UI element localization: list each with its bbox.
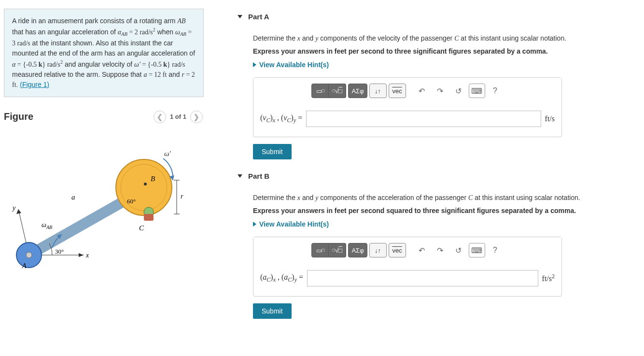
part-a-hints-toggle[interactable]: View Available Hint(s) — [253, 61, 630, 69]
sqrt-button[interactable]: □√□ — [329, 84, 346, 98]
redo-button[interactable]: ↷ — [432, 243, 448, 257]
k-hat: k — [163, 61, 167, 68]
part-b-hints-toggle[interactable]: View Available Hint(s) — [253, 220, 630, 228]
figure-heading-row: Figure ❮ 1 of 1 ❯ — [0, 101, 208, 128]
fig-prev-button[interactable]: ❮ — [154, 111, 166, 123]
eq: = 2 rad/s — [127, 28, 153, 36]
part-a-body: Determine the x and y components of the … — [237, 33, 630, 159]
figure-link[interactable]: (Figure 1) — [20, 81, 49, 88]
part-b-instructions: Express your answers in feet per second … — [253, 207, 630, 214]
text: A ride in an amusement park consists of … — [12, 17, 177, 25]
part-b-answer-input[interactable] — [307, 270, 538, 286]
part-b-unit: ft/s2 — [542, 273, 555, 283]
eq: = 12 ft — [147, 71, 167, 78]
text: and — [300, 194, 315, 201]
part-a-header[interactable]: Part A — [237, 0, 630, 33]
fig-nav-label: 1 of 1 — [170, 113, 186, 120]
text: at this instant using scalar notation. — [473, 194, 580, 201]
part-b-title: Part B — [248, 172, 269, 180]
keyboard-button[interactable]: ⌨ — [469, 84, 485, 98]
text: when — [155, 28, 175, 36]
label-omega-prime: ω′ — [164, 150, 171, 157]
hints-label: View Available Hint(s) — [259, 61, 329, 69]
sub-ab: AB — [180, 31, 186, 37]
part-b-submit-button[interactable]: Submit — [253, 303, 292, 319]
part-a-answer-input[interactable] — [306, 111, 541, 127]
svg-point-16 — [144, 183, 147, 185]
problem-statement: A ride in an amusement park consists of … — [4, 9, 204, 97]
svg-marker-3 — [79, 253, 84, 257]
part-b-body: Determine the x and y components of the … — [237, 193, 630, 319]
part-b-answer-label: (aC)x , (aC)y = — [260, 273, 303, 284]
text: measured relative to the arm. Suppose th… — [12, 71, 143, 78]
svg-point-9 — [26, 252, 32, 258]
text: at this instant using scalar notation. — [459, 34, 566, 42]
text: Determine the — [253, 34, 297, 42]
svg-marker-1 — [16, 209, 21, 214]
eq: = {-0.5 — [140, 61, 163, 68]
greek-button[interactable]: ΑΣφ — [348, 84, 367, 98]
part-b-header[interactable]: Part B — [237, 159, 630, 193]
part-a-question: Determine the x and y components of the … — [253, 33, 630, 43]
label-30deg: 30° — [55, 248, 64, 255]
var-omega-prime: ω′ — [134, 61, 140, 68]
var-alpha: α — [118, 28, 121, 36]
part-b-question: Determine the x and y components of the … — [253, 193, 630, 203]
label-a: a — [71, 193, 75, 201]
figure-title: Figure — [4, 111, 33, 122]
keyboard-button[interactable]: ⌨ — [469, 243, 485, 257]
eq: } rad/s — [42, 61, 60, 68]
var-omega: ω — [175, 28, 180, 36]
part-a-answer-label: (vC)x , (vC)y = — [260, 114, 302, 124]
figure-nav: ❮ 1 of 1 ❯ — [154, 111, 203, 123]
part-a-toolbar: ▭□ □√□ ΑΣφ ↓↑ vec ↶ ↷ ↺ ⌨ ? — [253, 78, 561, 104]
label-y: y — [12, 204, 16, 212]
part-a-answer-row: (vC)x , (vC)y = ft/s — [253, 104, 561, 137]
sub-ab: AB — [121, 31, 127, 37]
sqrt-button[interactable]: □√□ — [329, 243, 346, 257]
greek-button[interactable]: ΑΣφ — [348, 243, 367, 257]
help-button[interactable]: ? — [487, 243, 504, 257]
subscript-button[interactable]: ↓↑ — [369, 243, 387, 257]
vec-button[interactable]: vec — [389, 84, 406, 98]
caret-down-icon — [238, 15, 242, 18]
label-x: x — [85, 252, 89, 259]
undo-button[interactable]: ↶ — [414, 84, 430, 98]
label-r: r — [181, 193, 183, 200]
label-60deg: 60° — [127, 198, 136, 205]
reset-button[interactable]: ↺ — [450, 84, 467, 98]
part-a-submit-button[interactable]: Submit — [253, 144, 292, 159]
label-A: A — [22, 262, 27, 270]
text: components of the velocity of the passen… — [318, 34, 454, 42]
text: at the instant shown. Also at this insta… — [12, 39, 195, 57]
text: and angular velocity of — [63, 60, 134, 68]
var-AB: AB — [177, 17, 185, 25]
svg-rect-11 — [144, 214, 154, 221]
text: and — [300, 34, 315, 42]
text: that has an angular acceleration of — [12, 28, 118, 36]
redo-button[interactable]: ↷ — [432, 84, 448, 98]
part-b-toolbar: ▭□ □√□ ΑΣφ ↓↑ vec ↶ ↷ ↺ ⌨ ? — [253, 237, 561, 263]
caret-right-icon — [253, 222, 256, 227]
caret-right-icon — [253, 62, 256, 67]
part-a-title: Part A — [248, 13, 269, 21]
fig-next-button[interactable]: ❯ — [190, 111, 203, 123]
part-a-unit: ft/s — [545, 114, 555, 123]
help-button[interactable]: ? — [487, 84, 504, 98]
text: components of the acceleration of the pa… — [318, 194, 468, 201]
hints-label: View Available Hint(s) — [259, 220, 329, 228]
template-button[interactable]: ▭□ — [311, 243, 329, 257]
subscript-button[interactable]: ↓↑ — [369, 84, 387, 98]
part-a-answer-box: ▭□ □√□ ΑΣφ ↓↑ vec ↶ ↷ ↺ ⌨ ? (vC)x , (vC)… — [253, 77, 562, 137]
undo-button[interactable]: ↶ — [414, 243, 430, 257]
figure-diagram: y x r — [4, 132, 187, 286]
label-C: C — [139, 224, 144, 232]
part-b-answer-box: ▭□ □√□ ΑΣφ ↓↑ vec ↶ ↷ ↺ ⌨ ? (aC)x , (aC)… — [253, 237, 562, 297]
part-b-answer-row: (aC)x , (aC)y = ft/s2 — [253, 263, 561, 296]
template-button[interactable]: ▭□ — [311, 84, 329, 98]
var-C: C — [468, 194, 473, 201]
figure-viewport[interactable]: y x r — [4, 128, 208, 292]
label-B: B — [151, 175, 155, 183]
reset-button[interactable]: ↺ — [450, 243, 467, 257]
vec-button[interactable]: vec — [389, 243, 406, 257]
